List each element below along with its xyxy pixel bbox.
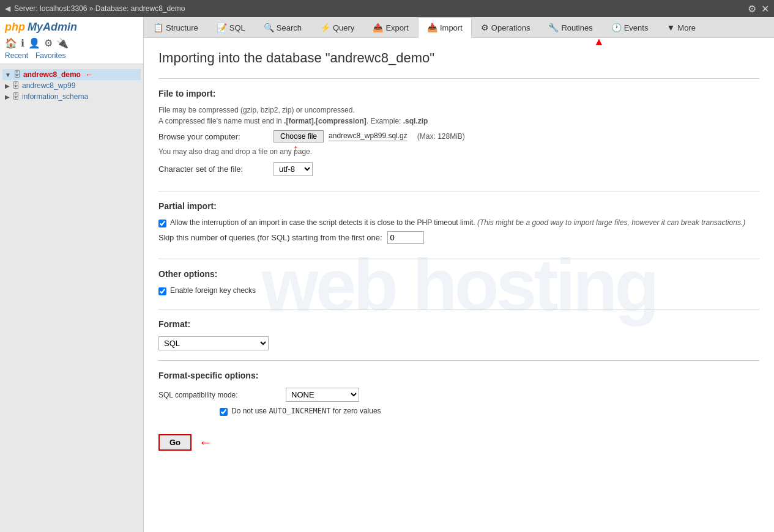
format-desc: A compressed file's name must end in .[f… — [158, 117, 759, 125]
sql-compat-row: SQL compatibility mode: NONE ANSI DB2 MA… — [158, 388, 759, 402]
tab-events[interactable]: 🕐Events — [602, 17, 658, 37]
allow-interrupt-row: Allow the interruption of an import in c… — [158, 218, 759, 227]
operations-tab-icon: ⚙ — [481, 23, 489, 32]
skip-label: Skip this number of queries (for SQL) st… — [158, 233, 382, 242]
tab-search[interactable]: 🔍Search — [255, 17, 311, 37]
go-arrow-indicator: ← — [199, 435, 212, 451]
user-icon[interactable]: 👤 — [28, 37, 40, 49]
foreign-key-label: Enable foreign key checks — [170, 286, 256, 295]
skip-queries-input[interactable] — [387, 231, 424, 244]
charset-select[interactable]: utf-8 utf-16 latin1 ascii — [274, 162, 313, 176]
search-tab-icon: 🔍 — [264, 23, 274, 32]
drag-drop-row: You may also drag and drop a file on any… — [158, 147, 759, 156]
format-select[interactable]: SQL CSV CSV using LOAD DATA ODS Shp XML — [158, 336, 269, 350]
choose-file-button[interactable]: Choose file — [274, 130, 324, 142]
browse-label: Browse your computer: — [158, 132, 269, 141]
tab-structure[interactable]: 📋Structure — [144, 17, 207, 37]
charset-label: Character set of the file: — [158, 164, 269, 174]
sql-compat-label: SQL compatibility mode: — [158, 391, 281, 399]
logo-myadmin: MyAdmin — [28, 21, 77, 34]
tab-query[interactable]: ⚡Query — [311, 17, 363, 37]
sidebar-item-information_schema[interactable]: ▶🗄information_schema — [2, 91, 141, 102]
foreign-key-row: Enable foreign key checks — [158, 286, 759, 295]
query-tab-label: Query — [333, 23, 354, 32]
sql-tab-label: SQL — [229, 23, 245, 32]
foreign-key-checkbox[interactable] — [158, 287, 166, 295]
sidebar-quick-icons: 🏠 ℹ 👤 ⚙ 🔌 — [5, 37, 138, 49]
sidebar-header: phpMyAdmin 🏠 ℹ 👤 ⚙ 🔌 Recent Favorites — [0, 17, 143, 64]
db-name-label: andrewc8_demo — [23, 70, 81, 79]
partial-import-title: Partial import: — [158, 201, 759, 211]
search-tab-label: Search — [277, 23, 302, 32]
tab-more[interactable]: ▼More — [657, 17, 704, 37]
compress-desc: File may be compressed (gzip, bzip2, zip… — [158, 106, 759, 114]
tab-import[interactable]: 📥Import — [418, 17, 472, 38]
favorites-link[interactable]: Favorites — [35, 51, 65, 60]
tab-operations[interactable]: ⚙Operations — [472, 17, 540, 37]
sql-tab-icon: 📝 — [217, 23, 227, 32]
other-options-title: Other options: — [158, 269, 759, 279]
nav-back-icon[interactable]: ◀ — [5, 4, 10, 13]
sidebar-item-andrewc8_wp99[interactable]: ▶🗄andrewc8_wp99 — [2, 80, 141, 91]
sql-compat-select[interactable]: NONE ANSI DB2 MAXDB MYSQL323 MYSQL40 MSS… — [286, 388, 359, 402]
export-tab-label: Export — [385, 23, 409, 32]
main-area: 📋Structure📝SQL🔍Search⚡Query📤Export📥Impor… — [144, 17, 774, 532]
import-indicator-arrow: ▲ — [594, 35, 605, 48]
structure-tab-icon: 📋 — [153, 23, 163, 32]
max-size-label: (Max: 128MiB) — [417, 132, 465, 141]
db-expand-arrow: ▼ — [5, 72, 11, 78]
db-icon: 🗄 — [12, 81, 20, 90]
file-to-import-section: File to import: File may be compressed (… — [158, 78, 759, 191]
auto-increment-row: Do not use AUTO_INCREMENT for zero value… — [220, 407, 759, 416]
db-expand-arrow: ▶ — [5, 83, 10, 89]
nav-tabs: 📋Structure📝SQL🔍Search⚡Query📤Export📥Impor… — [144, 17, 774, 38]
partial-import-section: Partial import: Allow the interruption o… — [158, 191, 759, 259]
tab-export[interactable]: 📤Export — [363, 17, 418, 37]
file-name-display: andrewc8_wp899.sql.gz — [329, 131, 407, 141]
import-tab-icon: 📥 — [427, 23, 437, 32]
sidebar-db-list: ▼🗄andrewc8_demo←▶🗄andrewc8_wp99▶🗄informa… — [0, 64, 143, 107]
tab-sql[interactable]: 📝SQL — [207, 17, 255, 37]
format-specific-title: Format-specific options: — [158, 371, 759, 380]
routines-tab-icon: 🔧 — [548, 23, 559, 32]
settings-icon[interactable]: ⚙ — [748, 3, 756, 15]
top-bar-actions: ⚙ ✕ — [748, 3, 769, 15]
allow-interrupt-checkbox[interactable] — [158, 220, 166, 227]
logo-php: php — [5, 21, 25, 34]
allow-interrupt-label: Allow the interruption of an import in c… — [170, 218, 745, 227]
layout: phpMyAdmin 🏠 ℹ 👤 ⚙ 🔌 Recent Favorites ▼🗄… — [0, 17, 774, 532]
info-icon[interactable]: ℹ — [21, 37, 24, 49]
format-title: Format: — [158, 319, 759, 329]
db-expand-arrow: ▶ — [5, 94, 10, 100]
db-icon: 🗄 — [13, 70, 21, 79]
operations-tab-label: Operations — [491, 23, 530, 32]
plugin-icon[interactable]: 🔌 — [56, 37, 69, 49]
close-icon[interactable]: ✕ — [761, 3, 769, 15]
more-tab-label: More — [677, 23, 696, 32]
sidebar-item-andrewc8_demo[interactable]: ▼🗄andrewc8_demo← — [2, 69, 141, 80]
export-tab-icon: 📤 — [373, 23, 383, 32]
skip-queries-row: Skip this number of queries (for SQL) st… — [158, 231, 759, 244]
go-button[interactable]: Go — [158, 434, 192, 451]
events-tab-icon: 🕐 — [611, 23, 622, 32]
file-browse-row: Browse your computer: Choose file andrew… — [158, 130, 759, 142]
home-icon[interactable]: 🏠 — [5, 37, 17, 49]
settings-icon[interactable]: ⚙ — [44, 37, 53, 49]
query-tab-icon: ⚡ — [320, 23, 330, 32]
breadcrumb-area: ◀ Server: localhost:3306 » Database: and… — [5, 4, 185, 13]
content-area: web hosting Importing into the database … — [144, 38, 774, 532]
sidebar: phpMyAdmin 🏠 ℹ 👤 ⚙ 🔌 Recent Favorites ▼🗄… — [0, 17, 144, 532]
page-title: Importing into the database "andrewc8_de… — [158, 50, 759, 66]
auto-increment-checkbox[interactable] — [220, 408, 228, 416]
submit-row: Go ← — [158, 434, 759, 451]
drag-arrow-indicator: ↑ — [293, 142, 299, 155]
tab-routines[interactable]: 🔧Routines — [539, 17, 601, 37]
breadcrumb: Server: localhost:3306 » Database: andre… — [14, 4, 185, 13]
logo: phpMyAdmin — [5, 21, 138, 34]
db-name-label: andrewc8_wp99 — [22, 81, 75, 90]
import-tab-label: Import — [440, 23, 463, 32]
more-tab-icon: ▼ — [666, 23, 675, 32]
events-tab-label: Events — [624, 23, 649, 32]
db-name-label: information_schema — [22, 92, 88, 101]
recent-link[interactable]: Recent — [5, 51, 28, 60]
